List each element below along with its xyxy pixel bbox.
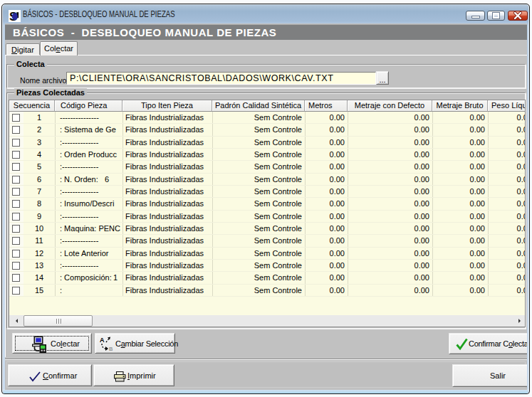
svg-text:A: A [100,337,105,344]
svg-text:B: B [109,346,113,352]
